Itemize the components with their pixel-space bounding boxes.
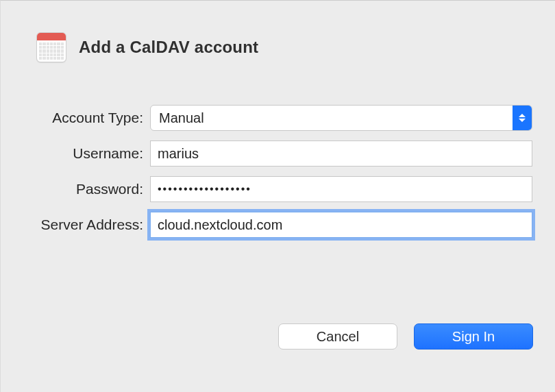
- account-type-field-wrap: [150, 105, 532, 131]
- row-account-type: Account Type:: [1, 105, 555, 131]
- row-username: Username:: [1, 140, 555, 167]
- password-input[interactable]: [150, 176, 532, 202]
- username-label: Username:: [1, 145, 150, 162]
- account-type-select[interactable]: [150, 105, 532, 131]
- sheet-header: Add a CalDAV account: [36, 32, 258, 62]
- add-caldav-sheet: Add a CalDAV account Account Type: Usern…: [0, 0, 555, 392]
- calendar-icon: [36, 32, 66, 62]
- account-type-label: Account Type:: [1, 110, 150, 126]
- account-form: Account Type: Username: Password: Server…: [1, 105, 555, 238]
- password-label: Password:: [1, 181, 150, 197]
- username-input[interactable]: [150, 140, 532, 167]
- button-row: Cancel Sign In: [278, 323, 533, 350]
- sheet-title: Add a CalDAV account: [79, 38, 258, 57]
- row-password: Password:: [1, 176, 555, 202]
- server-address-input[interactable]: [150, 212, 532, 238]
- sign-in-button[interactable]: Sign In: [414, 323, 533, 350]
- server-address-label: Server Address:: [1, 217, 150, 233]
- cancel-button[interactable]: Cancel: [278, 323, 397, 350]
- row-server-address: Server Address:: [1, 212, 555, 238]
